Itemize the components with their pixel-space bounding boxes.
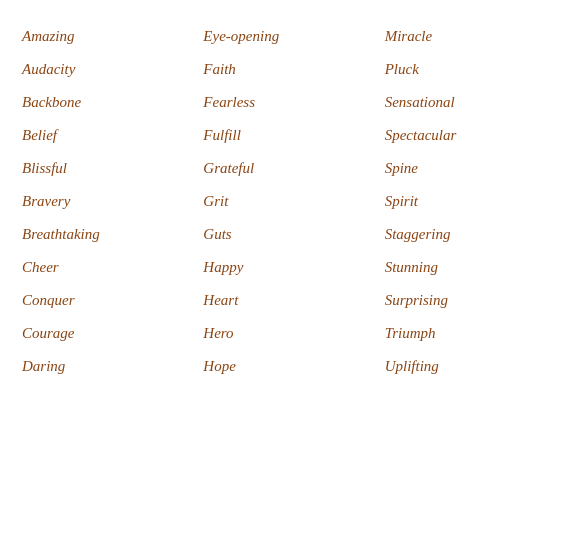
list-item: Cheer [10,251,191,284]
list-item: Sensational [373,86,554,119]
list-item: Spectacular [373,119,554,152]
list-item: Heart [191,284,372,317]
list-item: Faith [191,53,372,86]
list-item: Surprising [373,284,554,317]
list-item: Miracle [373,20,554,53]
list-item: Breathtaking [10,218,191,251]
list-item: Bravery [10,185,191,218]
word-grid: AmazingEye-openingMiracleAudacityFaithPl… [10,20,554,383]
list-item: Courage [10,317,191,350]
list-item: Staggering [373,218,554,251]
list-item: Hero [191,317,372,350]
list-item: Fearless [191,86,372,119]
list-item: Triumph [373,317,554,350]
list-item: Blissful [10,152,191,185]
list-item: Daring [10,350,191,383]
list-item: Uplifting [373,350,554,383]
list-item: Spirit [373,185,554,218]
list-item: Spine [373,152,554,185]
list-item: Fulfill [191,119,372,152]
list-item: Grit [191,185,372,218]
list-item: Belief [10,119,191,152]
list-item: Audacity [10,53,191,86]
list-item: Stunning [373,251,554,284]
list-item: Eye-opening [191,20,372,53]
list-item: Guts [191,218,372,251]
list-item: Happy [191,251,372,284]
list-item: Conquer [10,284,191,317]
list-item: Hope [191,350,372,383]
list-item: Grateful [191,152,372,185]
list-item: Backbone [10,86,191,119]
list-item: Pluck [373,53,554,86]
list-item: Amazing [10,20,191,53]
